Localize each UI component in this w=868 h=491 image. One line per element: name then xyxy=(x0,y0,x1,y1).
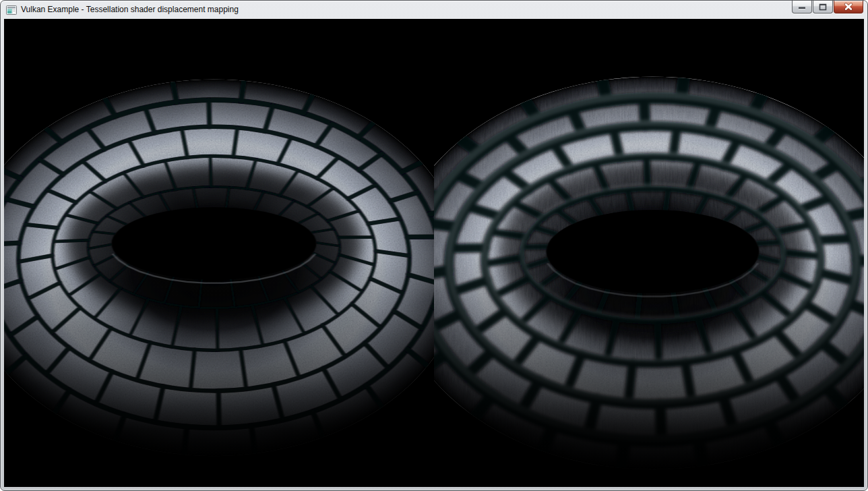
close-button[interactable] xyxy=(834,1,863,13)
minimize-icon xyxy=(798,3,806,10)
maximize-button[interactable] xyxy=(813,1,833,13)
scene-svg xyxy=(4,19,864,487)
window-title: Vulkan Example - Tessellation shader dis… xyxy=(21,1,239,19)
close-icon xyxy=(844,3,853,11)
window-controls xyxy=(792,1,863,13)
maximize-icon xyxy=(819,3,827,11)
app-window: Vulkan Example - Tessellation shader dis… xyxy=(0,0,868,491)
minimize-button[interactable] xyxy=(792,1,812,13)
title-bar[interactable]: Vulkan Example - Tessellation shader dis… xyxy=(1,1,867,19)
screenshot-root: Vulkan Example - Tessellation shader dis… xyxy=(0,0,868,491)
render-viewport[interactable] xyxy=(4,19,864,487)
application-icon xyxy=(6,5,17,16)
